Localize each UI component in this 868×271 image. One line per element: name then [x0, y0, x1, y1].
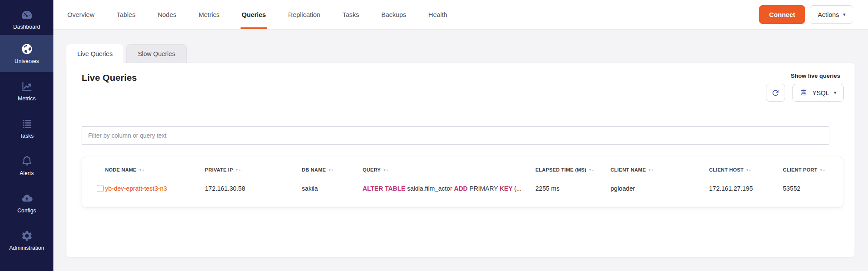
sidebar-item-alerts[interactable]: Alerts [0, 147, 53, 184]
actions-dropdown-button[interactable]: Actions ▾ [810, 5, 853, 24]
sidebar-item-label: Universes [14, 58, 39, 64]
sidebar-item-label: Administration [9, 245, 44, 251]
elapsed-time-cell: 2255 ms [535, 185, 611, 192]
show-live-queries-label: Show live queries [791, 73, 840, 79]
sidebar-item-label: Configs [17, 208, 36, 214]
chevron-down-icon: ▾ [834, 90, 836, 95]
tab-tables[interactable]: Tables [117, 0, 135, 29]
queries-table: NODE NAME▼▲ PRIVATE IP▼▲ DB NAME▼▲ QUERY… [82, 157, 843, 208]
tab-replication[interactable]: Replication [288, 0, 320, 29]
api-type-dropdown[interactable]: YSQL ▾ [792, 84, 844, 102]
sort-icons: ▼▲ [648, 168, 653, 172]
tab-nodes[interactable]: Nodes [158, 0, 176, 29]
tab-overview[interactable]: Overview [67, 0, 95, 29]
query-controls: YSQL ▾ [766, 84, 844, 102]
tab-tasks[interactable]: Tasks [343, 0, 359, 29]
column-header-private-ip[interactable]: PRIVATE IP▼▲ [205, 167, 302, 172]
chart-trend-icon [21, 80, 33, 93]
panel-header: Live Queries Show live queries [66, 63, 855, 102]
chevron-down-icon: ▾ [843, 12, 845, 17]
task-list-icon [21, 118, 33, 130]
globe-icon [21, 43, 33, 55]
live-queries-panel: Live Queries Show live queries [66, 63, 855, 257]
column-header-elapsed-time[interactable]: ELAPSED TIME (MS)▼▲ [535, 167, 611, 172]
tab-metrics[interactable]: Metrics [198, 0, 219, 29]
actions-label: Actions [818, 11, 839, 18]
sort-icons: ▼▲ [746, 168, 751, 172]
sidebar-item-administration[interactable]: Administration [0, 221, 53, 259]
column-header-db-name[interactable]: DB NAME▼▲ [302, 167, 363, 172]
client-port-cell: 53552 [783, 185, 843, 192]
connect-button[interactable]: Connect [759, 5, 805, 24]
gear-icon [21, 230, 33, 242]
refresh-button[interactable] [766, 84, 785, 102]
db-name-cell: sakila [302, 185, 363, 192]
query-text-cell: ALTER TABLE sakila.film_actor ADD PRIMAR… [363, 185, 535, 192]
sidebar-item-label: Tasks [20, 133, 33, 139]
sort-icons: ▼▲ [819, 168, 825, 172]
tab-slow-queries[interactable]: Slow Queries [126, 44, 186, 63]
cloud-upload-icon [21, 192, 33, 205]
row-checkbox[interactable] [97, 185, 104, 192]
tab-queries[interactable]: Queries [242, 0, 266, 29]
sidebar-item-label: Metrics [18, 96, 36, 102]
sidebar-item-universes[interactable]: Universes [0, 35, 53, 72]
private-ip-cell: 172.161.30.58 [205, 185, 302, 192]
sidebar-item-dashboard[interactable]: Dashboard [0, 0, 53, 35]
column-header-client-port[interactable]: CLIENT PORT▼▲ [783, 167, 843, 172]
panel-header-controls: Show live queries [766, 73, 844, 102]
sort-icons: ▼▲ [235, 168, 241, 172]
refresh-icon [771, 89, 780, 97]
app-root: Dashboard Universes Metrics [0, 0, 868, 271]
query-filter-input[interactable] [82, 126, 829, 145]
client-name-cell: pgloader [611, 185, 709, 192]
sidebar-item-label: Alerts [20, 170, 34, 176]
column-header-client-name[interactable]: CLIENT NAME▼▲ [611, 167, 709, 172]
sort-icons: ▼▲ [139, 168, 145, 172]
filter-container [82, 126, 855, 145]
query-type-tabs: Live Queries Slow Queries [66, 44, 187, 63]
node-name-link[interactable]: yb-dev-epratt-test3-n3 [105, 185, 167, 192]
tab-live-queries[interactable]: Live Queries [66, 44, 123, 63]
sidebar-item-configs[interactable]: Configs [0, 184, 53, 221]
sort-icons: ▼▲ [328, 168, 333, 172]
sidebar-item-tasks[interactable]: Tasks [0, 109, 53, 147]
database-icon [800, 89, 808, 97]
universe-nav-tabs: Overview Tables Nodes Metrics Queries Re… [67, 0, 447, 29]
universe-top-nav: Overview Tables Nodes Metrics Queries Re… [53, 0, 868, 30]
column-header-client-host[interactable]: CLIENT HOST▼▲ [709, 167, 783, 172]
queries-content: Live Queries Slow Queries Live Queries S… [53, 30, 868, 271]
table-row: yb-dev-epratt-test3-n3 172.161.30.58 sak… [82, 185, 843, 192]
sidebar-item-label: Dashboard [13, 24, 40, 30]
column-header-node-name[interactable]: NODE NAME▼▲ [105, 167, 205, 172]
sort-icons: ▼▲ [588, 168, 594, 172]
bell-icon [21, 155, 33, 167]
column-header-query[interactable]: QUERY▼▲ [363, 167, 535, 172]
page-title: Live Queries [82, 73, 137, 83]
tab-backups[interactable]: Backups [381, 0, 406, 29]
api-type-value: YSQL [812, 89, 829, 96]
tab-health[interactable]: Health [429, 0, 447, 29]
topnav-actions: Connect Actions ▾ [759, 5, 853, 24]
table-header-row: NODE NAME▼▲ PRIVATE IP▼▲ DB NAME▼▲ QUERY… [82, 167, 843, 172]
sort-icons: ▼▲ [383, 168, 389, 172]
client-host-cell: 172.161.27.195 [709, 185, 783, 192]
sidebar-item-metrics[interactable]: Metrics [0, 72, 53, 109]
dashboard-gauge-icon [21, 9, 33, 21]
sidebar: Dashboard Universes Metrics [0, 0, 53, 271]
